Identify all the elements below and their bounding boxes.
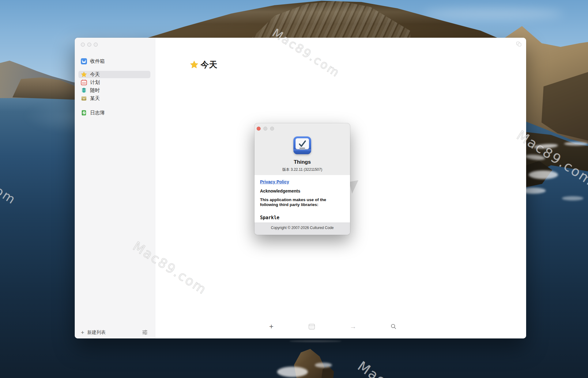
arrow-right-icon[interactable]: → — [349, 323, 357, 330]
things-app-icon — [293, 136, 311, 154]
close-button[interactable] — [257, 127, 261, 131]
sea-foam — [315, 363, 332, 368]
sea-foam — [529, 170, 558, 179]
cloud — [423, 9, 564, 19]
privacy-policy-link[interactable]: Privacy Policy — [260, 179, 289, 184]
new-list-button[interactable]: 新建列表 — [87, 330, 106, 335]
sidebar-item-upcoming[interactable]: 计划 — [78, 79, 150, 86]
book-icon — [81, 110, 87, 116]
copyright-footer: Copyright © 2007-2026 Cultured Code — [254, 223, 350, 235]
close-button[interactable] — [81, 43, 85, 47]
dialog-header: Things 版本 3.22.11 (32211507) — [254, 136, 350, 172]
app-version: 版本 3.22.11 (32211507) — [254, 167, 350, 172]
sea-foam — [564, 142, 588, 146]
sidebar: 收件箱 今天 计划 随时 — [75, 38, 155, 338]
acknowledgements-heading: Acknowledgements — [260, 189, 345, 193]
sea-foam — [289, 340, 341, 342]
app-name: Things — [254, 159, 350, 165]
new-todo-button[interactable]: + — [267, 323, 275, 330]
empty-state-graphic — [349, 180, 358, 194]
library-name: Sparkle — [260, 215, 345, 220]
minimize-button[interactable] — [87, 43, 91, 47]
sidebar-item-label: 今天 — [90, 71, 100, 78]
list-header: 今天 — [190, 59, 217, 70]
inbox-icon — [81, 58, 87, 64]
list-settings-icon[interactable] — [142, 330, 148, 335]
duplicate-window-icon[interactable] — [516, 42, 522, 47]
about-dialog: Things 版本 3.22.11 (32211507) Privacy Pol… — [254, 123, 350, 235]
desktop: 收件箱 今天 计划 随时 — [0, 0, 588, 378]
sidebar-item-someday[interactable]: 某天 — [78, 95, 150, 102]
sea-foam — [277, 367, 308, 377]
search-icon[interactable] — [390, 323, 398, 330]
zoom-button — [270, 127, 274, 131]
minimize-button — [263, 127, 267, 131]
star-icon — [81, 71, 87, 78]
third-party-text: This application makes use of the follow… — [260, 197, 345, 208]
sidebar-item-logbook[interactable]: 日志簿 — [78, 109, 150, 116]
sidebar-item-label: 某天 — [90, 95, 100, 102]
sidebar-item-inbox[interactable]: 收件箱 — [78, 58, 150, 65]
window-traffic-lights — [81, 43, 98, 47]
layers-icon — [81, 87, 87, 94]
sidebar-item-label: 收件箱 — [90, 58, 105, 65]
dialog-titlebar — [254, 123, 350, 132]
box-icon — [81, 95, 87, 101]
star-icon — [190, 60, 198, 69]
zoom-button[interactable] — [94, 43, 98, 47]
sidebar-item-label: 日志簿 — [90, 110, 105, 116]
sidebar-bottom-bar: + 新建列表 — [75, 326, 155, 338]
calendar-icon — [81, 79, 87, 86]
sidebar-item-label: 随时 — [90, 87, 100, 94]
dialog-scroll-content[interactable]: Privacy Policy Acknowledgements This app… — [254, 175, 350, 223]
new-list-plus-icon[interactable]: + — [81, 330, 84, 335]
sidebar-item-anytime[interactable]: 随时 — [78, 87, 150, 94]
dialog-traffic-lights — [257, 127, 274, 131]
sea-foam — [562, 196, 583, 200]
sidebar-item-label: 计划 — [90, 79, 100, 86]
page-title: 今天 — [201, 59, 217, 70]
sidebar-item-today[interactable]: 今天 — [78, 71, 150, 78]
calendar-icon[interactable] — [308, 323, 316, 330]
